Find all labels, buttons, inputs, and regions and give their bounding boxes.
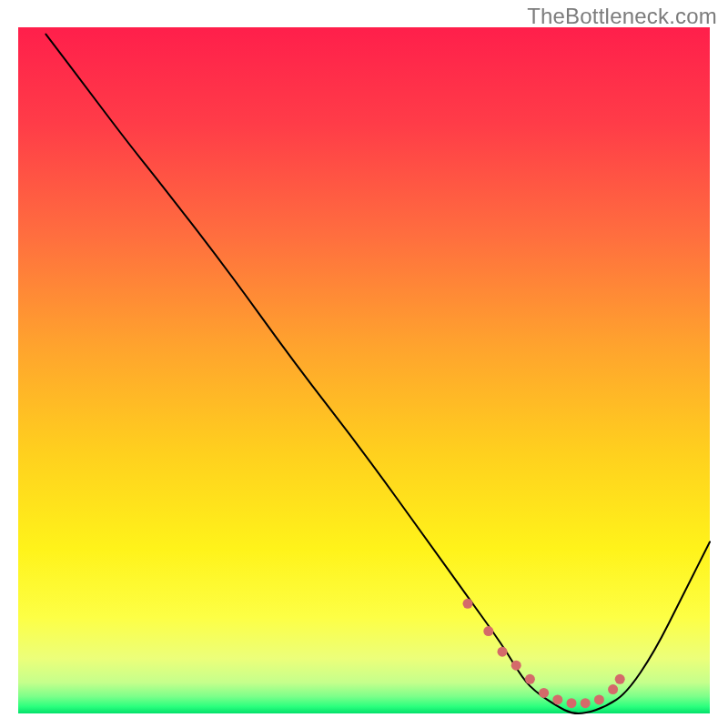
svg-point-10 — [608, 684, 618, 694]
svg-point-11 — [615, 674, 625, 684]
svg-point-7 — [567, 698, 577, 708]
svg-point-9 — [594, 694, 604, 704]
svg-point-0 — [463, 599, 473, 609]
svg-point-2 — [498, 647, 508, 657]
svg-point-1 — [483, 626, 493, 636]
svg-point-4 — [525, 674, 535, 684]
svg-point-6 — [552, 694, 562, 704]
chart-container: TheBottleneck.com — [0, 0, 728, 728]
svg-point-8 — [581, 698, 591, 708]
plot-background — [18, 27, 710, 713]
svg-point-3 — [511, 661, 521, 671]
svg-point-5 — [539, 688, 549, 698]
bottleneck-chart — [0, 0, 728, 728]
watermark-text: TheBottleneck.com — [527, 4, 717, 29]
